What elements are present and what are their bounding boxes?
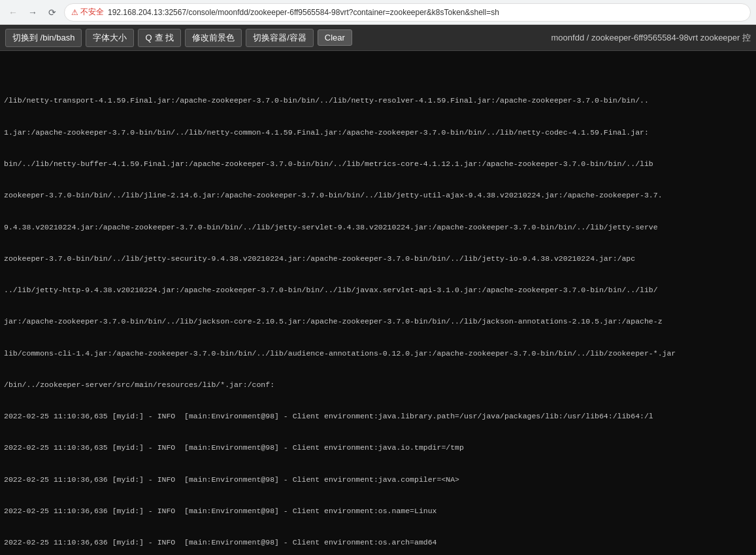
log-line: 2022-02-25 11:10:36,635 [myid:] - INFO [… <box>4 411 752 422</box>
warning-icon: ⚠ <box>71 8 78 17</box>
log-line: zookeeper-3.7.0-bin/bin/../lib/jline-2.1… <box>4 190 752 201</box>
log-line: /lib/netty-transport-4.1.59.Final.jar:/a… <box>4 95 752 106</box>
log-line: zookeeper-3.7.0-bin/bin/../lib/jetty-sec… <box>4 254 752 264</box>
search-icon: Q <box>145 33 152 42</box>
address-bar[interactable]: ⚠ 不安全 192.168.204.13:32567/console/moonf… <box>64 3 751 22</box>
log-line: 2022-02-25 11:10:36,636 [myid:] - INFO [… <box>4 537 752 548</box>
log-line: /bin/../zookeeper-server/src/main/resour… <box>4 380 752 390</box>
security-text: 不安全 <box>80 7 104 18</box>
log-line: 9.4.38.v20210224.jar:/apache-zookeeper-3… <box>4 222 752 233</box>
log-line: 2022-02-25 11:10:36,636 [myid:] - INFO [… <box>4 475 752 485</box>
back-button[interactable]: ← <box>5 5 21 20</box>
forward-button[interactable]: → <box>25 5 41 20</box>
font-size-button[interactable]: 字体大小 <box>86 29 134 47</box>
log-line: 2022-02-25 11:10:36,635 [myid:] - INFO [… <box>4 443 752 453</box>
log-line: 1.jar:/apache-zookeeper-3.7.0-bin/bin/..… <box>4 127 752 138</box>
log-line: 2022-02-25 11:10:36,636 [myid:] - INFO [… <box>4 506 752 516</box>
search-button[interactable]: Q 查 找 <box>138 29 181 47</box>
security-warning: ⚠ 不安全 <box>71 7 104 18</box>
terminal-content: /lib/netty-transport-4.1.59.Final.jar:/a… <box>4 75 752 555</box>
log-line: jar:/apache-zookeeper-3.7.0-bin/bin/../l… <box>4 316 752 327</box>
log-line: lib/commons-cli-1.4.jar:/apache-zookeepe… <box>4 348 752 359</box>
toolbar-title: moonfdd / zookeeper-6ff9565584-98vrt zoo… <box>551 32 751 44</box>
clear-button[interactable]: Clear <box>318 29 352 46</box>
reload-button[interactable]: ⟳ <box>44 5 60 20</box>
switch-container-button[interactable]: 切换容器/容器 <box>246 29 314 47</box>
log-line: ../lib/jetty-http-9.4.38.v20210224.jar:/… <box>4 285 752 295</box>
log-line: bin/../lib/netty-buffer-4.1.59.Final.jar… <box>4 159 752 169</box>
url-text: 192.168.204.13:32567/console/moonfdd/zoo… <box>108 8 499 17</box>
terminal[interactable]: /lib/netty-transport-4.1.59.Final.jar:/a… <box>0 51 756 555</box>
toolbar: 切换到 /bin/bash 字体大小 Q 查 找 修改前景色 切换容器/容器 C… <box>0 25 756 51</box>
modify-bg-button[interactable]: 修改前景色 <box>185 29 242 47</box>
browser-bar: ← → ⟳ ⚠ 不安全 192.168.204.13:32567/console… <box>0 0 756 25</box>
switch-bash-button[interactable]: 切换到 /bin/bash <box>5 29 82 47</box>
